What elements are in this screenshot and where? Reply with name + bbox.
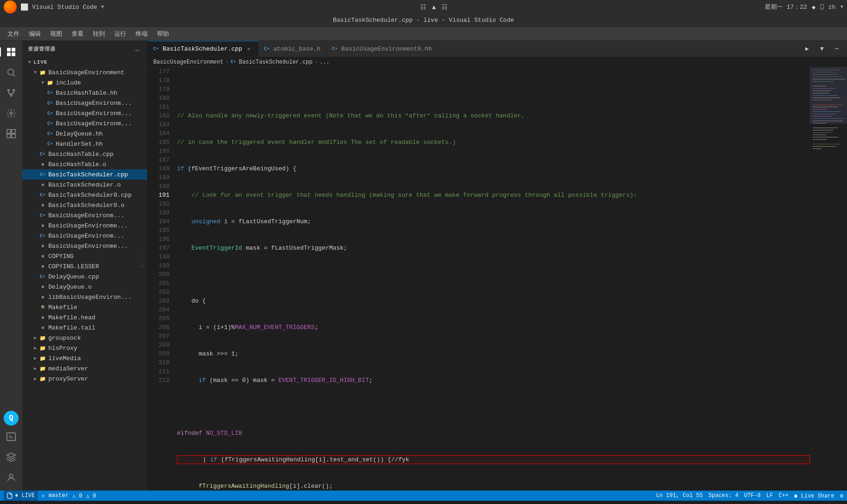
menu-navigate[interactable]: 转到 [89,28,109,39]
language[interactable]: C++ [779,492,789,499]
notifications[interactable]: ⚙ [840,492,843,499]
tab-basicusageenv0[interactable]: C• BasicUsageEnvironment0.hh [326,41,438,57]
groupsock-arrow: ▶ [32,334,39,342]
file-delayqueue-o[interactable]: ■ DelayQueue.o [22,282,147,292]
dropdown-arrow[interactable]: ▼ [101,4,104,10]
encoding[interactable]: UTF-8 [744,492,761,499]
folder-include[interactable]: ▼ 📁 include [22,78,147,88]
ln-200: 200 [150,270,169,279]
code-line-191: | if (fTriggersAwaitingHandling[i].test_… [177,455,810,464]
svg-rect-48 [810,67,847,123]
file-basictaskscheduler0-cpp[interactable]: C• BasicTaskScheduler0.cpp [22,190,147,200]
file-basicusageenv3[interactable]: C• BasicUsageEnvironm... [22,118,147,129]
menu-run[interactable]: 运行 [111,28,130,39]
breadcrumb: BasicUsageEnvironment › C• BasicTaskSche… [148,57,847,67]
file-makefile-tail[interactable]: ■ Makefile.tail [22,323,147,333]
folder-hlsproxy[interactable]: ▶ 📁 hlsProxy [22,343,147,353]
include-folder-icon: 📁 [46,79,54,86]
file-basictaskscheduler-cpp[interactable]: C• BasicTaskScheduler.cpp [22,169,147,180]
file-libbasicusage[interactable]: ■ libBasicUsageEnviron... [22,292,147,302]
svg-rect-40 [813,130,834,130]
file-basicusageenv-hh2[interactable]: C• BasicUsageEnvironm... [22,231,147,241]
file-basictaskscheduler0-o[interactable]: ■ BasicTaskScheduler0.o [22,200,147,210]
ln-181: 181 [150,103,169,111]
file-label: BasicTaskScheduler.o [48,181,121,188]
menu-edit[interactable]: 编辑 [25,28,45,39]
file-basichashtable-cpp[interactable]: C• BasicHashTable.cpp [22,149,147,159]
folder-groupsock[interactable]: ▶ 📁 groupsock [22,333,147,343]
tab-atomic-base[interactable]: C• atomic_base.h [259,41,326,57]
arrow-icon: ▼ [840,4,843,10]
activity-debug[interactable] [2,104,20,123]
file-makefile[interactable]: M Makefile [22,302,147,312]
file-delayqueue-hh[interactable]: C• DelayQueue.hh [22,129,147,139]
activity-vscode-remote[interactable] [2,448,20,466]
breadcrumb-part1[interactable]: BasicUsageEnvironment [153,59,223,65]
o-icon: ■ [39,161,46,168]
menu-help[interactable]: 帮助 [153,28,173,39]
split-btn[interactable]: ▼ [815,42,828,55]
svg-point-4 [8,69,14,75]
tab-label-1: BasicTaskScheduler.cpp [163,45,242,52]
folder-proxyserver[interactable]: ▶ 📁 proxyServer [22,374,147,384]
live-section-header[interactable]: ▼ LIVE [22,57,147,67]
menu-terminal[interactable]: 终端 [132,28,151,39]
file-makefile-head[interactable]: ■ Makefile.head [22,312,147,323]
file-basicusageenv2[interactable]: C• BasicUsageEnvironm... [22,108,147,118]
vscode-icon: ⬜ [20,3,28,11]
file-label: BasicUsageEnvironme... [48,243,128,250]
file-basichashtable-o[interactable]: ■ BasicHashTable.o [22,159,147,169]
breadcrumb-filename[interactable]: BasicTaskScheduler.cpp [239,59,312,65]
copying-lesser-icon: ■ [39,263,46,270]
line-endings[interactable]: LF [766,492,773,499]
tab-close-1[interactable]: ✕ [245,45,253,53]
menu-go[interactable]: 查看 [68,28,87,39]
menu-view[interactable]: 视图 [46,28,66,39]
file-basictaskscheduler-o[interactable]: ■ BasicTaskScheduler.o [22,180,147,190]
svg-rect-12 [7,134,11,138]
activity-qq[interactable]: Q [4,411,19,426]
error-count[interactable]: ⚠ 0 [72,492,83,499]
tab-basictaskscheduler[interactable]: C• BasicTaskScheduler.cpp ✕ [148,41,259,57]
file-basicusageenv-noext1[interactable]: ■ BasicUsageEnvironme... [22,220,147,231]
live-share-icon[interactable]: ◉ Live Share [794,492,834,499]
svg-point-9 [10,112,13,115]
spaces[interactable]: Spaces: 4 [708,492,738,499]
file-basicusageenv-noext2[interactable]: ■ BasicUsageEnvironme... [22,241,147,251]
menu-file[interactable]: 文件 [4,28,23,39]
file-copying-lesser[interactable]: ■ COPYING.LESSER ◦ [22,261,147,271]
run-btn[interactable]: ▶ [801,42,814,55]
lang-indicator: zh [828,4,836,11]
folder-mediaserver[interactable]: ▶ 📁 mediaServer [22,363,147,374]
folder-icon: 📁 [39,69,46,76]
activity-explorer[interactable] [2,43,20,61]
breadcrumb-symbol[interactable]: ... [319,59,330,65]
file-copying[interactable]: ■ COPYING ◦ [22,251,147,261]
file-delayqueue-cpp[interactable]: C• DelayQueue.cpp [22,271,147,282]
activity-search[interactable] [2,63,20,82]
minimap[interactable] [810,67,847,491]
activity-terminal[interactable] [2,427,20,446]
code-content[interactable]: // Also handle any newly-triggered event… [173,67,810,491]
ln-208: 208 [150,341,169,349]
more-btn[interactable]: ⋯ [830,42,843,55]
new-file-btn[interactable]: … [133,45,142,53]
live-badge[interactable]: ♦ LIVE [4,491,38,501]
activity-source-control[interactable] [2,84,20,102]
breadcrumb-part2[interactable]: C• [230,59,236,65]
file-basichashtable-hh[interactable]: C• BasicHashTable.hh [22,88,147,98]
activity-extensions[interactable] [2,124,20,143]
warning-count[interactable]: △ 0 [86,492,96,499]
hh-icon2: C• [46,99,54,107]
file-basicusageenv1[interactable]: C• BasicUsageEnvironm... [22,98,147,108]
clock: 星期一 17：22 [765,3,807,11]
folder-basicusageenv[interactable]: ▼ 📁 BasicUsageEnvironment [22,67,147,78]
cursor-pos[interactable]: Ln 191, Col 55 [656,492,703,499]
branch-name[interactable]: master [48,492,68,499]
ln-188: 188 [150,164,169,173]
file-handlerset-hh[interactable]: C• HandlerSet.hh [22,139,147,149]
firefox-icon[interactable] [4,0,17,13]
file-basicusageenv-hh1[interactable]: C• BasicUsageEnvironm... [22,210,147,220]
folder-livemedia[interactable]: ▶ 📁 liveMedia [22,353,147,363]
activity-account[interactable] [2,468,20,487]
